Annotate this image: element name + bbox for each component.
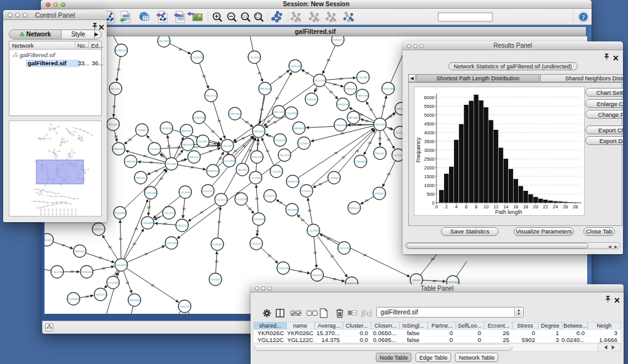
svg-text:pp: pp <box>279 201 283 204</box>
svg-text:26: 26 <box>502 329 509 336</box>
svg-text:YGL122C: YGL122C <box>287 336 313 343</box>
svg-text:Stress: Stress <box>517 323 533 329</box>
svg-text:YNL117W: YNL117W <box>338 247 350 250</box>
svg-text:YNL216W: YNL216W <box>374 123 386 126</box>
svg-text:pd: pd <box>260 108 264 111</box>
svg-text:YHR084W: YHR084W <box>293 127 305 130</box>
svg-text:YPR167C: YPR167C <box>374 192 385 195</box>
svg-text:IsSingl...: IsSingl... <box>403 323 425 329</box>
svg-text:YJL190W: YJL190W <box>250 176 261 179</box>
svg-text:500: 500 <box>426 191 435 197</box>
svg-text:5902: 5902 <box>522 336 535 343</box>
svg-text:1500: 1500 <box>424 174 435 179</box>
svg-text:pp: pp <box>333 277 337 281</box>
svg-text:0: 0 <box>532 329 535 336</box>
svg-text:SelfLoo...: SelfLoo... <box>458 323 482 329</box>
svg-text:YHR030C: YHR030C <box>125 160 136 163</box>
svg-text:pp: pp <box>256 230 259 233</box>
svg-text:10: 10 <box>484 204 489 210</box>
svg-text:YBL021C: YBL021C <box>176 224 187 227</box>
svg-text:pd: pd <box>147 206 151 209</box>
svg-text:pp: pp <box>359 113 363 116</box>
svg-text:YMR186W: YMR186W <box>128 299 141 302</box>
svg-text:YDR074W: YDR074W <box>382 87 394 90</box>
svg-text:pd: pd <box>275 97 279 100</box>
svg-text:?: ? <box>582 14 585 21</box>
svg-text:YLR377C: YLR377C <box>264 195 275 198</box>
svg-text:1:1: 1:1 <box>243 14 247 18</box>
svg-text:YNL236W: YNL236W <box>158 40 170 43</box>
svg-text:2000: 2000 <box>424 165 435 171</box>
svg-text:0: 0 <box>432 200 435 206</box>
svg-text:YKR097W: YKR097W <box>287 180 299 183</box>
svg-text:pp: pp <box>217 119 221 122</box>
svg-text:YGR254W: YGR254W <box>337 103 349 106</box>
svg-text:Betwee...: Betwee... <box>563 323 587 329</box>
svg-text:YCL050C: YCL050C <box>301 190 311 193</box>
svg-text:pd: pd <box>257 72 261 75</box>
svg-text:pp: pp <box>134 227 138 230</box>
svg-text:0: 0 <box>478 336 481 343</box>
svg-text:YKR099W: YKR099W <box>207 169 219 173</box>
svg-text:pp: pp <box>62 244 65 247</box>
svg-text:YGR048W: YGR048W <box>447 281 458 284</box>
svg-text:YJR005C: YJR005C <box>411 279 421 282</box>
svg-text:YNB009W: YNB009W <box>113 147 125 151</box>
svg-text:false: false <box>407 336 420 343</box>
svg-text:2500: 2500 <box>424 156 435 162</box>
svg-text:14.375: 14.375 <box>322 336 340 343</box>
svg-text:YOR120W: YOR120W <box>144 191 156 195</box>
svg-text:YNL167C: YNL167C <box>251 242 261 245</box>
svg-text:pd: pd <box>365 199 369 202</box>
svg-text:26: 26 <box>563 204 568 210</box>
svg-text:20: 20 <box>533 204 538 210</box>
svg-text:YOR461W: YOR461W <box>274 139 286 142</box>
svg-text:0: 0 <box>478 329 481 336</box>
svg-text:pp: pp <box>273 120 277 124</box>
svg-text:pp: pp <box>116 272 119 276</box>
svg-text:pp: pp <box>178 153 181 156</box>
svg-text:pd: pd <box>387 173 391 176</box>
svg-text:YGL012W: YGL012W <box>192 56 203 59</box>
svg-text:YGL038W: YGL038W <box>308 229 320 232</box>
svg-text:YCR046B: YCR046B <box>68 297 79 301</box>
svg-text:0: 0 <box>435 204 438 210</box>
svg-text:pp: pp <box>369 108 373 111</box>
svg-text:pp: pp <box>215 260 219 263</box>
svg-text:YKL141C: YKL141C <box>110 87 121 90</box>
svg-text:pd: pd <box>330 255 334 258</box>
svg-text:1: 1 <box>556 329 559 336</box>
svg-text:4: 4 <box>455 204 458 210</box>
svg-text:5500: 5500 <box>424 104 435 109</box>
svg-text:YJR048W: YJR048W <box>142 222 153 225</box>
svg-text:YDR299W: YDR299W <box>253 218 265 221</box>
svg-text:0: 0 <box>450 336 453 343</box>
svg-text:pp: pp <box>334 151 338 154</box>
svg-text:pd: pd <box>333 83 337 86</box>
svg-text:pd: pd <box>431 257 435 260</box>
svg-text:pp: pp <box>355 149 359 153</box>
svg-text:pd: pd <box>268 254 271 257</box>
svg-text:8: 8 <box>475 204 477 210</box>
svg-text:pp: pp <box>382 105 386 108</box>
svg-text:pp: pp <box>318 183 322 186</box>
svg-text:YMR112C: YMR112C <box>349 206 360 210</box>
svg-text:pd: pd <box>340 132 344 135</box>
svg-text:pd: pd <box>278 75 282 78</box>
svg-text:pd: pd <box>156 216 160 219</box>
svg-text:YPL048C: YPL048C <box>107 123 118 126</box>
svg-text:pp: pp <box>249 149 252 152</box>
svg-text:YBR019C: YBR019C <box>181 129 192 132</box>
svg-text:pp: pp <box>112 105 116 108</box>
svg-text:pp: pp <box>154 169 158 173</box>
svg-text:3000: 3000 <box>424 147 435 153</box>
svg-text:4500: 4500 <box>424 121 435 127</box>
svg-text:YLR044C: YLR044C <box>306 98 317 101</box>
svg-text:pp: pp <box>433 279 436 282</box>
svg-text:YBL069W: YBL069W <box>286 208 298 211</box>
svg-text:pp: pp <box>102 267 106 270</box>
svg-text:YDR103B: YDR103B <box>81 270 92 274</box>
svg-text:pd: pd <box>329 90 333 94</box>
svg-text:Frequency: Frequency <box>415 137 421 163</box>
svg-text:pp: pp <box>133 242 136 245</box>
